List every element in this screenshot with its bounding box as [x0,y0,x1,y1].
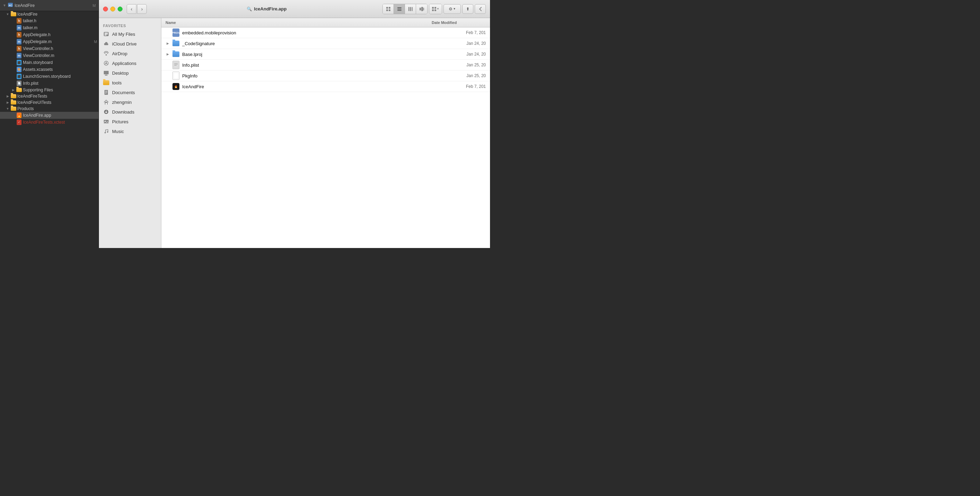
home-icon [103,99,109,105]
tree-item-appdelegate-h[interactable]: h AppDelegate.h [0,31,99,38]
forward-button[interactable]: › [137,4,147,14]
file-item-base-lproj[interactable]: ▶ Base.lproj Jan 24, 20 [161,49,490,60]
tree-item-viewcontroller-m[interactable]: m ViewController.m [0,52,99,59]
arrange-view-button[interactable]: ▼ [429,4,442,14]
file-item-info-plist[interactable]: Info.plist Jan 25, 20 [161,60,490,70]
minimize-button[interactable] [110,6,115,11]
sidebar-item-airdrop[interactable]: AirDrop [99,49,161,58]
folder-icon [11,100,16,105]
sidebar-item-desktop[interactable]: Desktop [99,68,161,78]
project-icon: XC [8,2,13,9]
tree-item-talker-h[interactable]: h talker.h [0,18,99,24]
tree-item-app-product[interactable]: 🔥 IceAndFire.app [0,112,99,119]
file-name: embedded.mobileprovision [182,30,438,35]
finder-file-list: PROV embedded.mobileprovision Feb 7, 201… [161,27,490,248]
project-modified-badge: M [93,3,96,8]
file-item-app-exec[interactable]: 🔥 IceAndFire Feb 7, 201 [161,81,490,92]
sidebar-item-downloads[interactable]: Downloads [99,107,161,117]
sidebar-item-all-my-files[interactable]: All My Files [99,29,161,39]
folder-icon [16,88,22,92]
file-chevron-spacer [165,63,170,67]
sidebar-item-label: All My Files [112,32,135,37]
sidebar-item-tools[interactable]: tools [99,78,161,88]
spacer [11,19,15,23]
xcode-sidebar: ▼ XC IceAndFire M ▼ IceAndFire h talker.… [0,0,99,248]
sidebar-item-music[interactable]: Music [99,126,161,136]
app-exec-icon: 🔥 [172,83,180,90]
svg-rect-17 [432,10,434,11]
tree-item-viewcontroller-h[interactable]: h ViewController.h [0,45,99,52]
spacer [11,54,15,57]
file-date: Feb 7, 201 [441,84,486,89]
all-my-files-icon [103,31,109,37]
tree-item-tests[interactable]: ▶ IceAndFireTests [0,93,99,99]
pictures-icon [103,118,109,125]
svg-rect-3 [389,7,390,9]
desktop-icon [103,70,109,76]
sidebar-item-icloud-drive[interactable]: iCloud Drive [99,39,161,49]
tree-label: IceAndFire.app [23,113,51,118]
downloads-icon [103,109,109,115]
sidebar-item-label: Desktop [112,70,129,76]
svg-rect-8 [397,10,401,11]
sidebar-item-label: zhengmin [112,100,132,105]
tree-item-talker-m[interactable]: m talker.m [0,24,99,31]
file-name: PkgInfo [182,73,438,78]
svg-rect-6 [397,7,401,8]
sidebar-item-zhengmin[interactable]: zhengmin [99,97,161,107]
tree-item-products[interactable]: ▼ Products [0,105,99,112]
file-name: IceAndFire [182,84,438,89]
folder-icon [11,94,16,98]
sidebar-item-applications[interactable]: Applications [99,58,161,68]
svg-rect-9 [409,7,409,11]
view-button-group [382,4,428,14]
tree-item-launchscreen[interactable]: ⬛ LaunchScreen.storyboard [0,73,99,80]
provision-file-icon: PROV [172,29,180,36]
tree-item-iceandfire-group[interactable]: ▼ IceAndFire [0,11,99,18]
svg-rect-40 [174,63,178,64]
finder-content: Name Date Modified PROV embedded.mobilep… [161,18,490,248]
gear-button[interactable]: ⚙ ▼ [444,4,461,14]
tree-item-xctest-product[interactable]: ✓ IceAndFireTests.xctest [0,119,99,126]
list-view-button[interactable] [394,4,405,14]
tree-item-info-plist[interactable]: 📄 Info.plist [0,80,99,87]
tree-label: AppDelegate.m [23,39,52,44]
sidebar-item-label: tools [112,80,121,85]
maximize-button[interactable] [118,6,123,11]
tree-item-appdelegate-m[interactable]: m AppDelegate.m M [0,38,99,45]
sidebar-item-documents[interactable]: Documents [99,88,161,97]
finder-column-header: Name Date Modified [161,18,490,27]
back-action-button[interactable] [475,4,486,14]
file-chevron-spacer [165,85,170,89]
close-button[interactable] [103,6,108,11]
chevron-right-icon: ▶ [6,94,10,98]
back-button[interactable]: ‹ [127,4,136,14]
svg-point-37 [105,132,106,133]
tree-item-uitests[interactable]: ▶ IceAndFireUITests [0,99,99,105]
xcode-tree: ▼ IceAndFire h talker.h m talker.m h App… [0,11,99,126]
app-icon: 🔥 [17,113,22,118]
finder-body: Favorites All My Files [99,18,490,248]
sidebar-item-pictures[interactable]: Pictures [99,117,161,126]
modified-indicator: M [94,40,97,44]
file-item-pkginfo[interactable]: PkgInfo Jan 25, 20 [161,70,490,81]
tree-item-assets[interactable]: 🎨 Assets.xcassets [0,66,99,73]
svg-point-38 [107,131,108,133]
file-chevron-spacer [165,30,170,35]
file-item-provision[interactable]: PROV embedded.mobileprovision Feb 7, 201 [161,27,490,38]
tree-item-main-storyboard[interactable]: ⬛ Main.storyboard [0,59,99,66]
coverflow-view-button[interactable] [416,4,427,14]
share-button[interactable]: ⬆ [462,4,473,14]
icon-view-button[interactable] [383,4,394,14]
svg-rect-30 [105,92,107,93]
svg-rect-27 [105,75,108,76]
finder-titlebar: ‹ › 🔍 IceAndFire.app [99,0,490,18]
column-view-button[interactable] [405,4,416,14]
sidebar-item-label: Music [112,129,124,134]
tree-item-supporting-files[interactable]: ▶ Supporting Files [0,87,99,93]
date-column-header: Date Modified [428,19,490,26]
file-date: Jan 24, 20 [441,41,486,46]
file-item-codesignature[interactable]: ▶ _CodeSignature Jan 24, 20 [161,38,490,49]
spacer [11,81,15,85]
view-controls: ▼ ⚙ ▼ ⬆ [382,4,486,14]
